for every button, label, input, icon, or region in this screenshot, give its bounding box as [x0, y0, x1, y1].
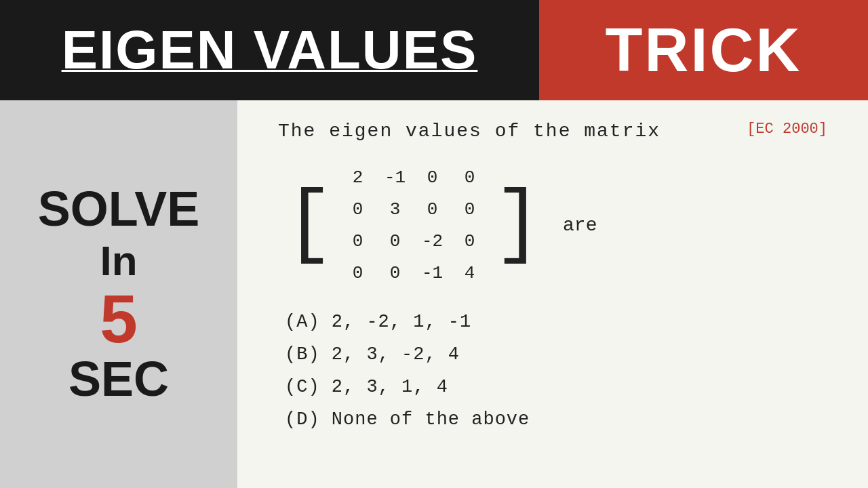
sidebar-solve-text: SOLVE — [38, 182, 200, 236]
bracket-right: ] — [494, 184, 542, 266]
bracket-left: [ — [285, 184, 334, 266]
matrix-bracket-container: [ 2 -1 0 0 0 3 0 0 0 0 -2 0 — [285, 162, 542, 288]
option-d: (D) None of the above — [285, 409, 834, 430]
header-right: TRICK — [539, 0, 868, 100]
options-list: (A) 2, -2, 1, -1 (B) 2, 3, -2, 4 (C) 2, … — [285, 312, 834, 430]
matrix-cell-2-3: 0 — [465, 231, 475, 251]
matrix-cell-1-3: 0 — [465, 199, 475, 220]
header-left: EIGEN VALUES — [0, 0, 539, 100]
sidebar: SOLVE In 5 SEC — [0, 100, 237, 488]
matrix-cell-2-0: 0 — [353, 231, 363, 251]
ec-tag: [EC 2000] — [747, 121, 827, 138]
matrix-cell-3-1: 0 — [390, 263, 401, 283]
matrix-area: [ 2 -1 0 0 0 3 0 0 0 0 -2 0 — [285, 162, 834, 288]
matrix-cell-1-0: 0 — [353, 199, 363, 220]
matrix-cell-0-3: 0 — [465, 167, 475, 188]
matrix-cell-1-2: 0 — [427, 199, 438, 220]
matrix-cell-2-1: 0 — [390, 231, 401, 251]
option-b: (B) 2, 3, -2, 4 — [285, 344, 834, 365]
matrix-cell-3-3: 4 — [465, 263, 475, 283]
header: EIGEN VALUES TRICK — [0, 0, 868, 100]
matrix-cell-3-0: 0 — [353, 263, 363, 283]
matrix-cell-0-1: -1 — [384, 167, 406, 188]
matrix-cell-3-2: -1 — [422, 263, 443, 283]
main-content: SOLVE In 5 SEC The eigen values of the m… — [0, 100, 868, 488]
sidebar-sec-text: SEC — [68, 352, 169, 406]
content-area: The eigen values of the matrix [ 2 -1 0 … — [237, 100, 868, 488]
matrix-grid: 2 -1 0 0 0 3 0 0 0 0 -2 0 0 0 — [339, 162, 488, 288]
matrix-cell-2-2: -2 — [422, 231, 443, 251]
matrix-cell-0-2: 0 — [427, 167, 438, 188]
matrix-cell-1-1: 3 — [390, 199, 401, 220]
sidebar-number: 5 — [100, 285, 138, 352]
trick-title: TRICK — [606, 16, 802, 85]
matrix-cell-0-0: 2 — [353, 167, 363, 188]
option-c: (C) 2, 3, 1, 4 — [285, 377, 834, 397]
sidebar-in-text: In — [100, 237, 137, 285]
option-a: (A) 2, -2, 1, -1 — [285, 312, 834, 332]
are-text: are — [563, 215, 597, 236]
main-title: EIGEN VALUES — [62, 19, 478, 81]
